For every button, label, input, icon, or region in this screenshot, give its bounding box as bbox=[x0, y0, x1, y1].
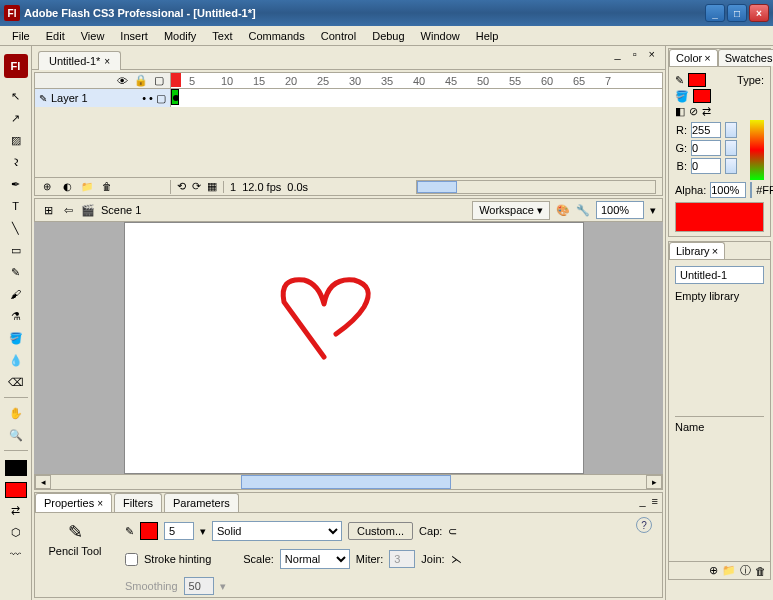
paint-bucket-tool[interactable]: 🪣 bbox=[4, 328, 28, 348]
join-icon[interactable]: ⋋ bbox=[451, 553, 462, 566]
scroll-right-icon[interactable]: ▸ bbox=[646, 475, 662, 489]
tab-swatches[interactable]: Swatches bbox=[718, 49, 773, 66]
text-tool[interactable]: T bbox=[4, 196, 28, 216]
stage-scrollbar[interactable]: ◂ ▸ bbox=[34, 474, 663, 490]
delete-lib-icon[interactable]: 🗑 bbox=[755, 565, 766, 577]
selection-tool[interactable]: ↖ bbox=[4, 86, 28, 106]
bw-icon[interactable]: ◧ bbox=[675, 105, 685, 118]
stroke-size-slider-icon[interactable]: ▾ bbox=[200, 525, 206, 538]
free-transform-tool[interactable]: ▨ bbox=[4, 130, 28, 150]
scale-select[interactable]: Normal bbox=[280, 549, 350, 569]
timeline-ruler[interactable]: 5 10 15 20 25 30 35 40 45 50 55 60 65 7 bbox=[171, 73, 662, 88]
stroke-color-mini[interactable] bbox=[140, 522, 158, 540]
menu-control[interactable]: Control bbox=[313, 28, 364, 44]
pen-tool[interactable]: ✒ bbox=[4, 174, 28, 194]
document-tab[interactable]: Untitled-1* × bbox=[38, 51, 121, 70]
tab-parameters[interactable]: Parameters bbox=[164, 493, 239, 512]
zoom-input[interactable] bbox=[596, 201, 644, 219]
menu-window[interactable]: Window bbox=[413, 28, 468, 44]
color-stroke-swatch[interactable] bbox=[688, 73, 706, 87]
edit-symbol-icon[interactable]: 🔧 bbox=[576, 204, 590, 217]
stroke-style-select[interactable]: Solid bbox=[212, 521, 342, 541]
stroke-size-input[interactable] bbox=[164, 522, 194, 540]
workspace-button[interactable]: Workspace ▾ bbox=[472, 201, 550, 220]
zoom-tool[interactable]: 🔍 bbox=[4, 425, 28, 445]
ink-bottle-tool[interactable]: ⚗ bbox=[4, 306, 28, 326]
minimize-button[interactable]: _ bbox=[705, 4, 725, 22]
color-g-input[interactable] bbox=[691, 140, 721, 156]
timeline-scrollbar[interactable] bbox=[416, 180, 656, 194]
menu-commands[interactable]: Commands bbox=[240, 28, 312, 44]
close-button[interactable]: × bbox=[749, 4, 769, 22]
timeline-toggle-icon[interactable]: ⊞ bbox=[41, 203, 55, 217]
menu-file[interactable]: File bbox=[4, 28, 38, 44]
swap-colors-icon[interactable]: ⇄ bbox=[4, 500, 28, 520]
new-motion-guide-icon[interactable]: ◐ bbox=[59, 180, 75, 194]
spin-icon[interactable] bbox=[750, 182, 752, 198]
panel-menu-icon[interactable]: ≡ bbox=[652, 495, 658, 507]
onion-skin-icon[interactable]: ⟲ bbox=[177, 180, 186, 193]
library-doc-select[interactable]: Untitled-1 bbox=[675, 266, 764, 284]
edit-scene-icon[interactable]: 🎨 bbox=[556, 204, 570, 217]
keyframe[interactable] bbox=[171, 89, 179, 105]
tab-color[interactable]: Color× bbox=[669, 49, 718, 66]
close-tab-icon[interactable]: × bbox=[104, 56, 110, 67]
back-icon[interactable]: ⇦ bbox=[61, 203, 75, 217]
spin-icon[interactable] bbox=[725, 140, 737, 156]
menu-help[interactable]: Help bbox=[468, 28, 507, 44]
new-folder-icon[interactable]: 📁 bbox=[79, 180, 95, 194]
properties-lib-icon[interactable]: ⓘ bbox=[740, 563, 751, 578]
pencil-tool[interactable]: ✎ bbox=[4, 262, 28, 282]
menu-modify[interactable]: Modify bbox=[156, 28, 204, 44]
onion-outlines-icon[interactable]: ⟳ bbox=[192, 180, 201, 193]
swap-icon[interactable]: ⇄ bbox=[702, 105, 711, 118]
maximize-button[interactable]: □ bbox=[727, 4, 747, 22]
new-layer-icon[interactable]: ⊕ bbox=[39, 180, 55, 194]
panel-collapse-icon[interactable]: _ bbox=[639, 495, 645, 507]
edit-multi-frames-icon[interactable]: ▦ bbox=[207, 180, 217, 193]
outline-icon[interactable]: ▢ bbox=[154, 74, 164, 87]
menu-edit[interactable]: Edit bbox=[38, 28, 73, 44]
spin-icon[interactable] bbox=[725, 122, 737, 138]
help-icon[interactable]: ? bbox=[636, 517, 652, 533]
spectrum-picker[interactable] bbox=[750, 120, 764, 180]
new-symbol-icon[interactable]: ⊕ bbox=[709, 564, 718, 577]
color-r-input[interactable] bbox=[691, 122, 721, 138]
tool-option-icon[interactable]: ⬡ bbox=[4, 522, 28, 542]
line-tool[interactable]: ╲ bbox=[4, 218, 28, 238]
subselection-tool[interactable]: ↗ bbox=[4, 108, 28, 128]
eye-icon[interactable]: 👁 bbox=[117, 75, 128, 87]
custom-button[interactable]: Custom... bbox=[348, 522, 413, 540]
rectangle-tool[interactable]: ▭ bbox=[4, 240, 28, 260]
lock-icon[interactable]: 🔒 bbox=[134, 74, 148, 87]
eyedropper-tool[interactable]: 💧 bbox=[4, 350, 28, 370]
stroke-color-swatch[interactable] bbox=[5, 460, 27, 476]
doc-close-icon[interactable]: × bbox=[645, 48, 659, 60]
tab-library[interactable]: Library× bbox=[669, 242, 725, 259]
fill-color-swatch[interactable] bbox=[5, 482, 27, 498]
color-b-input[interactable] bbox=[691, 158, 721, 174]
doc-minimize-icon[interactable]: _ bbox=[611, 48, 625, 60]
doc-restore-icon[interactable]: ▫ bbox=[629, 48, 641, 60]
tab-properties[interactable]: Properties× bbox=[35, 493, 112, 512]
playhead[interactable] bbox=[171, 73, 181, 87]
frames-area[interactable] bbox=[171, 89, 662, 107]
close-icon[interactable]: × bbox=[97, 498, 103, 509]
zoom-dropdown-icon[interactable]: ▾ bbox=[650, 204, 656, 217]
library-name-column[interactable]: Name bbox=[675, 416, 764, 437]
delete-layer-icon[interactable]: 🗑 bbox=[99, 180, 115, 194]
eraser-tool[interactable]: ⌫ bbox=[4, 372, 28, 392]
tab-filters[interactable]: Filters bbox=[114, 493, 162, 512]
lasso-tool[interactable]: Ꝛ bbox=[4, 152, 28, 172]
menu-text[interactable]: Text bbox=[204, 28, 240, 44]
alpha-input[interactable] bbox=[710, 182, 746, 198]
stage[interactable] bbox=[34, 222, 663, 474]
spin-icon[interactable] bbox=[725, 158, 737, 174]
scene-name[interactable]: Scene 1 bbox=[101, 204, 141, 216]
layer-row[interactable]: ✎ Layer 1 • • ▢ bbox=[35, 89, 171, 107]
menu-insert[interactable]: Insert bbox=[112, 28, 156, 44]
color-fill-swatch[interactable] bbox=[693, 89, 711, 103]
scroll-left-icon[interactable]: ◂ bbox=[35, 475, 51, 489]
cap-icon[interactable]: ⊂ bbox=[448, 525, 457, 538]
nocolor-icon[interactable]: ⊘ bbox=[689, 105, 698, 118]
